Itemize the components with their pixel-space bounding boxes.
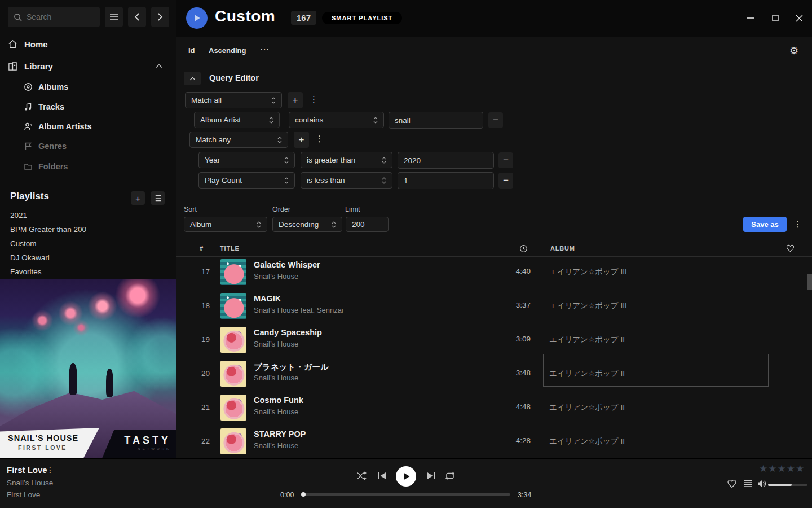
match-type-select[interactable]: Match any (189, 132, 288, 148)
match-type-select[interactable]: Match all (185, 92, 282, 108)
track-row[interactable]: 18 MAGIK Snail’s House feat. Sennzai 3:3… (176, 289, 812, 323)
rule-field-select[interactable]: Year (198, 152, 295, 168)
sort-direction-button[interactable]: Ascending (209, 46, 246, 55)
sidebar-item-album-artists[interactable]: Album Artists (24, 118, 169, 135)
folder-icon (24, 162, 33, 171)
track-album: エイリアン☆ポップ III (549, 301, 627, 311)
limit-input[interactable] (346, 217, 389, 232)
next-track-button[interactable] (426, 472, 435, 480)
gear-icon[interactable]: ⚙ (789, 45, 798, 57)
rule-field-select[interactable]: Album Artist (194, 112, 280, 128)
menu-button[interactable] (105, 7, 123, 27)
playlist-item[interactable]: Favorites (10, 265, 168, 278)
window-maximize-button[interactable] (770, 12, 781, 24)
playlist-list-button[interactable] (151, 191, 165, 205)
save-as-button[interactable]: Save as (743, 217, 787, 232)
rule-value-input[interactable] (398, 172, 494, 189)
sidebar-item-albums[interactable]: Albums (24, 78, 169, 95)
track-duration: 3:09 (492, 335, 531, 343)
repeat-button[interactable] (444, 471, 456, 480)
list-icon (154, 195, 162, 202)
seek-handle[interactable] (301, 492, 306, 497)
sort-select[interactable]: Album (184, 217, 267, 232)
artwork-label-sub: NETWORK (119, 447, 171, 450)
nav-back-button[interactable] (128, 7, 146, 27)
track-row[interactable]: 20 プラネット・ガール Snail’s House 3:48 エイリアン☆ポッ… (176, 357, 812, 391)
duration-clock-icon[interactable] (519, 244, 528, 253)
chevron-right-icon (157, 13, 163, 21)
track-row[interactable]: 17 Galactic Whisper Snail’s House 4:40 エ… (176, 255, 812, 289)
rule-value-input[interactable] (398, 152, 494, 169)
playlist-item[interactable]: DJ Okawari (10, 251, 168, 264)
remove-rule-button[interactable]: − (498, 173, 513, 189)
column-index[interactable]: # (200, 245, 204, 252)
queue-button[interactable] (743, 480, 752, 488)
playlist-item[interactable]: Custom (10, 237, 168, 250)
track-title: Candy Spaceship (254, 328, 322, 337)
select-stepper-icon (257, 221, 261, 229)
sidebar-item-label: Library (24, 62, 53, 71)
track-row[interactable]: 22 STARRY POP Snail’s House 4:28 エイリアン☆ポ… (176, 424, 812, 458)
artwork-label-banner: TASTY NETWORK (102, 430, 176, 458)
query-editor-collapse-button[interactable] (184, 72, 201, 85)
column-album[interactable]: ALBUM (550, 245, 575, 252)
rule-operator-select[interactable]: is less than (301, 172, 392, 189)
order-select[interactable]: Descending (272, 217, 342, 232)
track-title: MAGIK (254, 294, 281, 303)
more-options-button[interactable]: ⋯ (260, 44, 270, 55)
music-note-icon (24, 102, 33, 111)
track-album: エイリアン☆ポップ III (549, 267, 627, 277)
rating-stars[interactable]: ★★★★★ (759, 463, 805, 475)
rule-operator-select[interactable]: contains (289, 112, 384, 128)
track-number: 17 (190, 268, 210, 276)
sidebar-item-genres[interactable]: Genres (24, 138, 169, 155)
favorite-heart-icon[interactable] (786, 244, 795, 252)
order-label: Order (272, 205, 290, 213)
track-row[interactable]: 19 Candy Spaceship Snail’s House 3:09 エイ… (176, 323, 812, 357)
rule-operator-select[interactable]: is greater than (301, 152, 392, 168)
column-title[interactable]: TITLE (220, 245, 240, 252)
sidebar-item-tracks[interactable]: Tracks (24, 98, 169, 115)
previous-track-button[interactable] (378, 472, 387, 480)
volume-icon[interactable] (757, 479, 767, 488)
volume-slider[interactable] (768, 484, 807, 486)
sidebar-item-library[interactable]: Library (8, 57, 169, 75)
shuffle-button[interactable] (356, 471, 368, 481)
playlists-heading: Playlists (10, 191, 49, 202)
seek-bar[interactable] (302, 493, 510, 496)
track-title: Cosmo Funk (254, 396, 303, 405)
now-playing-menu-button[interactable]: ⋮ (46, 465, 54, 474)
add-rule-button[interactable]: + (288, 92, 303, 108)
sidebar: Home Library Albums Tracks Album Artists… (0, 0, 176, 458)
playlist-item[interactable]: 2021 (10, 208, 168, 222)
add-rule-button[interactable]: + (294, 132, 309, 148)
rule-value-input[interactable] (389, 112, 483, 129)
track-row[interactable]: 21 Cosmo Funk Snail’s House 4:48 エイリアン☆ポ… (176, 391, 812, 424)
track-album: エイリアン☆ポップ II (549, 436, 625, 446)
sidebar-item-home[interactable]: Home (8, 35, 169, 53)
window-minimize-button[interactable] (745, 12, 756, 24)
scrollbar-thumb[interactable] (807, 274, 812, 290)
remove-rule-button[interactable]: − (498, 152, 513, 168)
remove-rule-button[interactable]: − (488, 112, 503, 128)
track-artist: Snail’s House (254, 272, 298, 281)
album-disc-icon (24, 82, 33, 91)
search-box[interactable] (8, 7, 100, 27)
sidebar-item-label: Home (24, 40, 48, 49)
sidebar-item-label: Album Artists (38, 122, 92, 131)
rule-group-menu-button[interactable]: ⋮ (310, 94, 317, 104)
sidebar-item-folders[interactable]: Folders (24, 158, 169, 175)
nav-forward-button[interactable] (151, 7, 169, 27)
rule-field-select[interactable]: Play Count (198, 172, 295, 189)
window-close-button[interactable] (793, 12, 805, 24)
sort-field-button[interactable]: Id (188, 46, 195, 55)
search-input[interactable] (27, 12, 94, 21)
play-pause-button[interactable] (396, 466, 416, 487)
playlist-item[interactable]: BPM Greater than 200 (10, 222, 168, 236)
play-playlist-button[interactable] (186, 7, 208, 29)
add-playlist-button[interactable]: + (131, 191, 145, 205)
rule-group-menu-button[interactable]: ⋮ (315, 134, 323, 144)
favorite-heart-button[interactable] (727, 479, 737, 488)
artwork-title: FIRST LOVE (18, 444, 91, 451)
save-menu-button[interactable]: ⋮ (793, 219, 801, 229)
